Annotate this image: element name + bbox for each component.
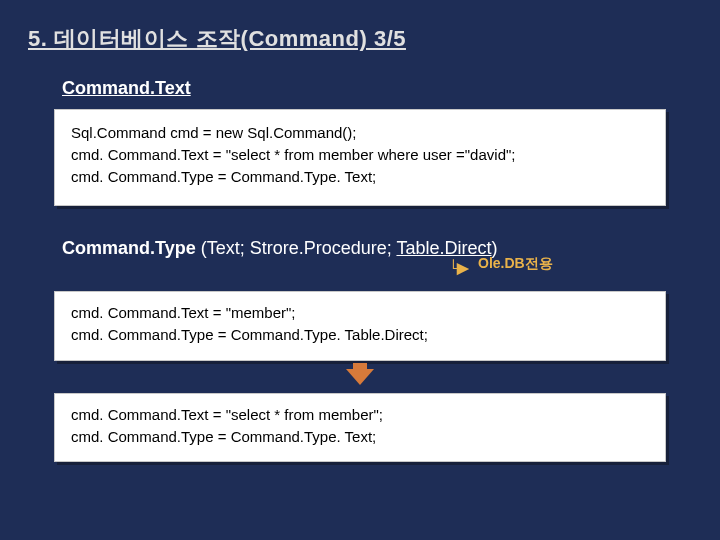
slide-title: 5. 데이터베이스 조작(Command) 3/5 bbox=[28, 24, 692, 54]
code-box-2: cmd. Command.Text = "member"; cmd. Comma… bbox=[54, 291, 666, 361]
slide: 5. 데이터베이스 조작(Command) 3/5 Command.Text S… bbox=[0, 0, 720, 540]
code-line: cmd. Command.Type = Command.Type. Text; bbox=[71, 166, 649, 188]
code-line: cmd. Command.Text = "member"; bbox=[71, 302, 649, 324]
code-line: cmd. Command.Text = "select * from membe… bbox=[71, 144, 649, 166]
code-line: cmd. Command.Text = "select * from membe… bbox=[71, 404, 649, 426]
code-box-3: cmd. Command.Text = "select * from membe… bbox=[54, 393, 666, 463]
code-box-1: Sql.Command cmd = new Sql.Command(); cmd… bbox=[54, 109, 666, 206]
code-line: cmd. Command.Type = Command.Type. Table.… bbox=[71, 324, 649, 346]
annotation-arrow-icon: └▶ bbox=[448, 259, 467, 277]
annotation-row: └▶ Ole.DB전용 bbox=[62, 259, 692, 285]
down-arrow-container bbox=[28, 367, 692, 389]
section-heading-commandtext: Command.Text bbox=[62, 78, 692, 99]
commandtype-sub-prefix: (Text; Strore.Procedure; bbox=[196, 238, 397, 258]
annotation-text: Ole.DB전용 bbox=[478, 255, 553, 273]
section-heading-commandtype: Command.Type (Text; Strore.Procedure; Ta… bbox=[62, 238, 692, 259]
commandtype-label: Command.Type bbox=[62, 238, 196, 258]
code-line: cmd. Command.Type = Command.Type. Text; bbox=[71, 426, 649, 448]
code-line: Sql.Command cmd = new Sql.Command(); bbox=[71, 122, 649, 144]
down-arrow-icon bbox=[346, 369, 374, 385]
